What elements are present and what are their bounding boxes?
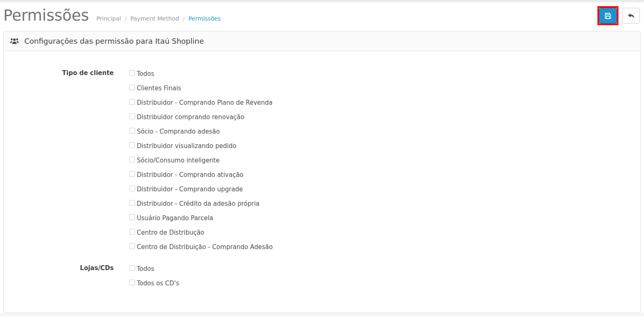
checkbox-label: Distribuidor - Comprando ativação [137, 171, 244, 179]
checkbox-option[interactable]: Centro de Distribução [129, 225, 273, 240]
checkbox-label: Distribuidor visualizando pedido [137, 142, 237, 150]
permission-form: Tipo de clienteTodosClientes FinaisDistr… [12, 66, 632, 290]
field-label: Lojas/CDs [12, 261, 114, 290]
form-group: Lojas/CDsTodosTodos os CD's [12, 261, 632, 290]
checkbox-option[interactable]: Distribuidor comprando renovação [129, 110, 273, 124]
checkbox[interactable] [129, 70, 135, 76]
annotation-highlight-box [597, 6, 618, 25]
checkbox-option[interactable]: Distribuidor - Crédito da adesão própria [129, 196, 273, 211]
checkbox-label: Sócio/Consumo inteligente [137, 157, 220, 164]
page-header: Permissões Principal / Payment Method / … [0, 2, 644, 31]
checkbox-option[interactable]: Centro de Distribuição - Comprando Adesã… [129, 240, 273, 254]
checkbox-label: Sócio - Comprando adesão [137, 128, 220, 135]
checkbox-option[interactable]: Sócio/Consumo inteligente [129, 153, 273, 167]
checkbox[interactable] [129, 85, 135, 90]
checkbox-label: Distribuidor - Comprando Plano de Revend… [137, 99, 273, 106]
checkbox-label: Usuário Pagando Parcela [137, 214, 213, 222]
breadcrumb: Principal / Payment Method / Permissões [96, 15, 221, 22]
checkbox[interactable] [129, 142, 135, 148]
checkbox[interactable] [129, 229, 135, 235]
breadcrumb-item-permissoes[interactable]: Permissões [188, 15, 221, 22]
checkbox-option[interactable]: Todos os CD's [129, 276, 179, 290]
breadcrumb-item-principal[interactable]: Principal [96, 15, 121, 22]
checkbox-label: Todos os CD's [137, 280, 179, 287]
users-group-icon [10, 38, 19, 45]
checkbox[interactable] [129, 243, 135, 249]
breadcrumb-separator: / [125, 15, 127, 22]
checkbox-list: TodosTodos os CD's [129, 261, 179, 290]
checkbox-label: Distribuidor comprando renovação [137, 113, 244, 121]
checkbox-option[interactable]: Usuário Pagando Parcela [129, 211, 273, 225]
checkbox-option[interactable]: Todos [129, 261, 179, 276]
reply-arrow-icon [628, 12, 635, 19]
checkbox[interactable] [129, 280, 135, 285]
field-label: Tipo de cliente [12, 66, 114, 254]
checkbox[interactable] [129, 171, 135, 177]
checkbox[interactable] [129, 99, 135, 105]
permissions-panel: Configurações das permissão para Itaú Sh… [3, 31, 641, 313]
checkbox-label: Todos [137, 265, 154, 273]
checkbox-option[interactable]: Distribuidor - Comprando upgrade [129, 182, 273, 196]
bottom-divider-strip [0, 313, 644, 316]
checkbox[interactable] [129, 214, 135, 220]
checkbox[interactable] [129, 157, 135, 162]
checkbox-label: Distribuidor - Comprando upgrade [137, 186, 243, 193]
checkbox-list: TodosClientes FinaisDistribuidor - Compr… [129, 66, 273, 254]
checkbox-option[interactable]: Distribuidor visualizando pedido [129, 139, 273, 153]
breadcrumb-item-payment-method[interactable]: Payment Method [130, 15, 179, 22]
checkbox-option[interactable]: Distribuidor - Comprando Plano de Revend… [129, 95, 273, 110]
checkbox-label: Distribuidor - Crédito da adesão própria [137, 200, 260, 207]
checkbox-option[interactable]: Distribuidor - Comprando ativação [129, 167, 273, 182]
page-title: Permissões [3, 6, 89, 25]
panel-heading: Configurações das permissão para Itaú Sh… [4, 31, 640, 51]
checkbox-option[interactable]: Clientes Finais [129, 81, 273, 95]
checkbox[interactable] [129, 128, 135, 134]
checkbox[interactable] [129, 113, 135, 119]
floppy-disk-icon [604, 12, 611, 19]
checkbox-label: Centro de Distribução [137, 229, 204, 236]
checkbox-label: Todos [137, 70, 154, 78]
form-group: Tipo de clienteTodosClientes FinaisDistr… [12, 66, 632, 254]
checkbox[interactable] [129, 200, 135, 206]
header-buttons [597, 6, 640, 25]
checkbox-label: Centro de Distribuição - Comprando Adesã… [137, 243, 273, 251]
checkbox-label: Clientes Finais [137, 85, 181, 92]
checkbox[interactable] [129, 186, 135, 191]
save-button[interactable] [599, 8, 617, 24]
panel-title: Configurações das permissão para Itaú Sh… [24, 37, 204, 45]
breadcrumb-separator: / [183, 15, 185, 22]
panel-body: Tipo de clienteTodosClientes FinaisDistr… [4, 51, 640, 313]
checkbox[interactable] [129, 265, 135, 271]
back-button[interactable] [622, 8, 640, 24]
checkbox-option[interactable]: Sócio - Comprando adesão [129, 124, 273, 139]
checkbox-option[interactable]: Todos [129, 66, 273, 81]
